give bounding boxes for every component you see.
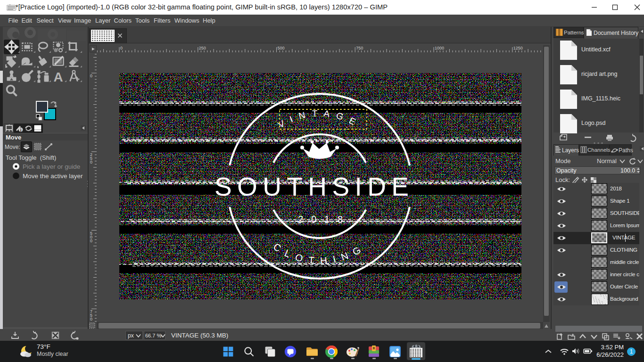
svg-text:0: 0 <box>120 46 123 50</box>
svg-text:0: 0 <box>90 317 92 321</box>
svg-text:0: 0 <box>90 160 92 165</box>
svg-text:i: i <box>20 128 22 132</box>
svg-text:A: A <box>53 70 63 84</box>
svg-text:500: 500 <box>278 46 285 50</box>
svg-text:250: 250 <box>199 46 206 50</box>
svg-text:1000: 1000 <box>435 46 444 50</box>
svg-text:0: 0 <box>90 239 92 243</box>
svg-text:SOUTHSIDE: SOUTHSIDE <box>215 172 409 201</box>
svg-text:750: 750 <box>356 46 363 50</box>
svg-text:1250: 1250 <box>513 46 523 50</box>
svg-text:0: 0 <box>90 74 92 78</box>
